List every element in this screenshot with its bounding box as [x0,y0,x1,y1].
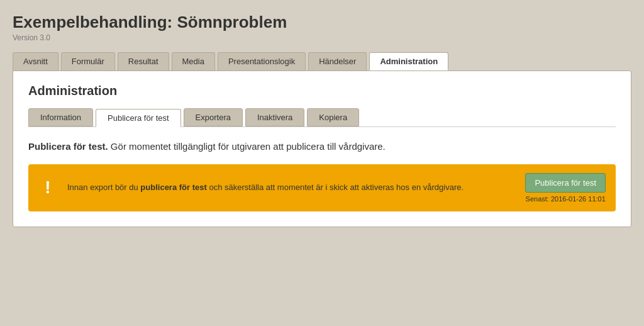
page-version: Version 3.0 [13,33,631,42]
description-bold: Publicera för test. [28,141,108,152]
tab-avsnitt[interactable]: Avsnitt [13,52,58,70]
warning-box: ! Innan export bör du publicera för test… [28,164,616,211]
tab-handelser[interactable]: Händelser [308,52,367,70]
warning-text: Innan export bör du publicera för test o… [67,181,515,194]
publish-test-button[interactable]: Publicera för test [525,173,606,193]
tab-formular[interactable]: Formulär [61,52,115,70]
sub-tabs: Information Publicera för test Exportera… [28,108,616,127]
page-title: Exempelbehandling: Sömnproblem [13,13,631,32]
sub-tab-publicera-test[interactable]: Publicera för test [96,109,181,127]
sub-tab-information[interactable]: Information [28,108,93,126]
sub-tab-inaktivera[interactable]: Inaktivera [245,108,304,126]
main-panel: Administration Information Publicera för… [13,70,631,227]
warning-text-part1: Innan export bör du [67,183,140,192]
warning-action: Publicera för test Senast: 2016-01-26 11… [525,173,606,203]
tab-media[interactable]: Media [172,52,215,70]
sub-tab-exportera[interactable]: Exportera [184,108,243,126]
tab-administration[interactable]: Administration [369,52,448,70]
tab-resultat[interactable]: Resultat [118,52,169,70]
warning-text-part2: och säkerställa att momentet är i skick … [207,183,464,192]
warning-icon: ! [38,177,57,198]
tab-presentationslogik[interactable]: Presentationslogik [218,52,306,70]
sub-tab-kopiera[interactable]: Kopiera [307,108,359,126]
description-rest: Gör momentet tillgängligt för utgivaren … [108,141,386,152]
panel-title: Administration [28,84,616,98]
last-published-label: Senast: 2016-01-26 11:01 [526,195,606,203]
content-description: Publicera för test. Gör momentet tillgän… [28,140,616,154]
warning-text-bold: publicera för test [140,183,206,192]
main-tabs: Avsnitt Formulär Resultat Media Presenta… [13,52,631,70]
